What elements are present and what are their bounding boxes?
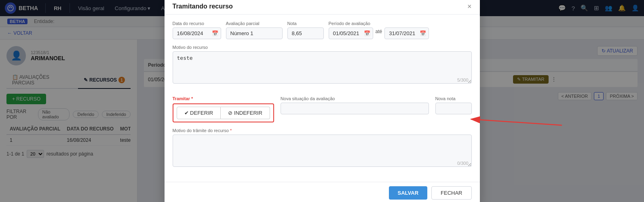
motivo-tramite-required: *: [230, 128, 232, 133]
data-recurso-group: Data do recurso 📅: [173, 21, 221, 39]
tramite-char-count: 0/300: [457, 161, 469, 166]
motivo-tramite-label: Motivo do trâmite do recurso *: [173, 128, 472, 133]
salvar-button[interactable]: SALVAR: [389, 186, 428, 200]
tramitar-modal: Tramitando recurso × Data do recurso 📅 A…: [165, 0, 480, 202]
modal-body: Data do recurso 📅 Avaliação parcial Nota…: [165, 15, 480, 180]
tramitar-section-label: Tramitar *: [173, 96, 274, 101]
deferir-button[interactable]: ✔ DEFERIR: [177, 107, 221, 119]
motivo-tramite-wrap: 0/300: [173, 135, 472, 168]
modal-title: Tramitando recurso: [173, 3, 233, 10]
nova-nota-input[interactable]: [435, 103, 472, 114]
motivo-char-count: 5/300: [457, 78, 469, 82]
tramitar-row: Tramitar * ✔ DEFERIR ⊘ INDEFERIR Nova si…: [173, 96, 472, 122]
motivo-tramite-group: Motivo do trâmite do recurso * 0/300: [173, 128, 472, 174]
modal-overlay[interactable]: Tramitando recurso × Data do recurso 📅 A…: [0, 0, 644, 202]
data-recurso-input-wrap: 📅: [173, 27, 221, 39]
form-row-1: Data do recurso 📅 Avaliação parcial Nota…: [173, 21, 472, 39]
nova-nota-group: Nova nota: [435, 96, 472, 114]
calendar-icon-3[interactable]: 📅: [420, 30, 426, 36]
modal-close-button[interactable]: ×: [467, 3, 472, 10]
fechar-button[interactable]: FECHAR: [431, 186, 471, 200]
periodo-ate-wrap: 📅: [384, 27, 429, 39]
motivo-recurso-wrap: teste 5/300: [173, 51, 472, 85]
indeferir-button[interactable]: ⊘ INDEFERIR: [221, 107, 270, 119]
tramitar-section-wrap: Tramitar * ✔ DEFERIR ⊘ INDEFERIR: [173, 96, 274, 122]
svg-line-2: [471, 119, 562, 125]
tramitar-buttons-box: ✔ DEFERIR ⊘ INDEFERIR: [173, 103, 274, 122]
periodo-inputs-wrap: 📅 até 📅: [329, 27, 429, 39]
modal-header: Tramitando recurso ×: [165, 0, 480, 15]
motivo-recurso-textarea[interactable]: teste: [173, 51, 472, 84]
nova-situacao-input[interactable]: [281, 103, 429, 114]
modal-footer: SALVAR FECHAR: [165, 182, 480, 202]
nova-nota-label: Nova nota: [435, 96, 472, 101]
avaliacao-parcial-input[interactable]: [226, 27, 283, 39]
nota-label: Nota: [287, 21, 324, 26]
avaliacao-parcial-label: Avaliação parcial: [226, 21, 283, 26]
motivo-tramite-textarea[interactable]: [173, 135, 472, 167]
periodo-de-wrap: 📅: [329, 27, 373, 39]
motivo-recurso-label: Motivo do recurso: [173, 45, 472, 50]
calendar-icon-1[interactable]: 📅: [212, 30, 218, 36]
nova-situacao-label: Nova situação da avaliação: [281, 96, 429, 101]
periodo-avaliacao-group: Período de avaliação 📅 até 📅: [329, 21, 429, 39]
nota-group: Nota: [287, 21, 324, 39]
nota-input[interactable]: [287, 27, 324, 39]
tramitar-required: *: [191, 96, 193, 101]
ate-label: até: [376, 29, 382, 38]
nova-situacao-group: Nova situação da avaliação: [281, 96, 429, 114]
periodo-avaliacao-label: Período de avaliação: [329, 21, 429, 26]
avaliacao-parcial-group: Avaliação parcial: [226, 21, 283, 39]
calendar-icon-2[interactable]: 📅: [364, 30, 370, 36]
motivo-recurso-group: Motivo do recurso teste 5/300: [173, 45, 472, 90]
data-recurso-label: Data do recurso: [173, 21, 221, 26]
